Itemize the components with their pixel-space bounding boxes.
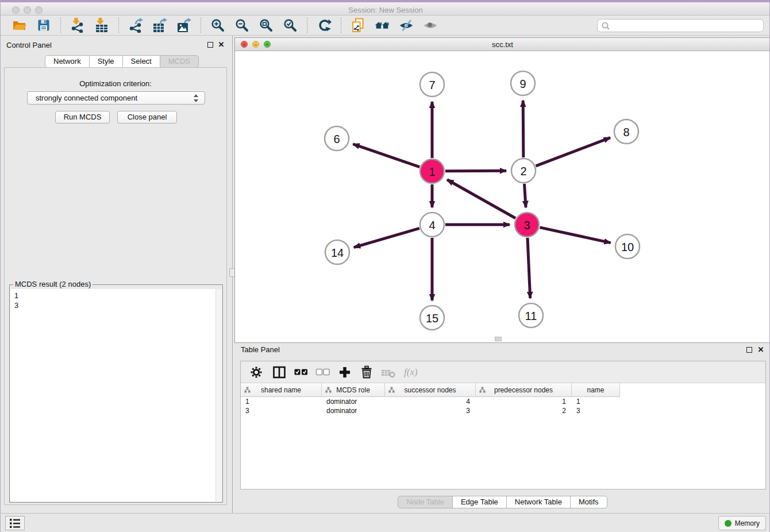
toolbar-separator — [201, 18, 201, 33]
column-header-successor-nodes[interactable]: successor nodes — [385, 383, 476, 397]
import-table-icon[interactable] — [94, 18, 109, 33]
graph-edge-3-10[interactable] — [540, 228, 610, 243]
tab-network-table[interactable]: Network Table — [506, 496, 571, 508]
column-header-predecessor-nodes[interactable]: predecessor nodes — [476, 383, 572, 397]
table-cell-successor-nodes[interactable]: 3 — [385, 406, 476, 415]
tree-icon — [388, 387, 395, 393]
graph-edge-1-6[interactable] — [353, 144, 419, 167]
table-panel-header: Table Panel — [234, 343, 770, 358]
show-all-eye-icon[interactable] — [423, 18, 438, 33]
graph-node-label-3: 3 — [523, 219, 530, 232]
table-cell-name[interactable]: 3 — [572, 406, 620, 415]
run-mcds-button[interactable]: Run MCDS — [55, 111, 110, 124]
network-canvas[interactable]: 7968124314101511 — [235, 51, 770, 342]
table-cell-predecessor-nodes[interactable]: 2 — [476, 406, 572, 415]
graph-node-label-8: 8 — [623, 126, 629, 138]
column-header-shared-name[interactable]: shared name — [241, 383, 322, 397]
deselect-all-icon[interactable] — [315, 365, 330, 380]
clone-network-icon[interactable] — [351, 18, 365, 33]
task-history-button[interactable] — [5, 516, 25, 530]
graph-node-label-4: 4 — [429, 219, 435, 232]
table-row[interactable]: 1dominator411 — [241, 397, 765, 406]
float-table-panel-icon[interactable] — [746, 347, 752, 353]
graph-node-label-9: 9 — [519, 78, 526, 90]
save-session-icon[interactable] — [36, 18, 51, 33]
graph-edge-4-14[interactable] — [354, 228, 419, 247]
toolbar-separator — [341, 18, 341, 33]
tab-motifs[interactable]: Motifs — [570, 496, 607, 508]
tree-icon — [244, 387, 251, 393]
table-cell-mcds-role[interactable]: dominator — [322, 406, 385, 415]
graph-edge-3-1[interactable] — [447, 180, 515, 218]
table-cell-shared-name[interactable]: 1 — [241, 397, 322, 406]
table-cell-predecessor-nodes[interactable]: 1 — [476, 397, 572, 406]
tab-edge-table[interactable]: Edge Table — [452, 496, 507, 508]
table-cell-shared-name[interactable]: 3 — [241, 406, 322, 415]
table-cell-mcds-role[interactable]: dominator — [322, 397, 385, 406]
mcds-panel: Optimization criterion: strongly connect… — [4, 67, 227, 505]
hide-selected-eye-icon[interactable] — [399, 18, 414, 33]
table-settings-icon[interactable] — [250, 365, 265, 380]
application-window: Session: New Session — [0, 0, 770, 532]
close-panel-icon[interactable] — [217, 40, 225, 49]
delete-table-icon — [381, 365, 396, 380]
table-cell-successor-nodes[interactable]: 4 — [385, 397, 476, 406]
mcds-result-line: 1 — [14, 291, 18, 300]
search-box[interactable] — [597, 19, 764, 32]
export-image-icon[interactable] — [176, 18, 191, 33]
canvas-hscroll-thumb[interactable] — [495, 337, 502, 341]
float-panel-icon[interactable] — [207, 42, 213, 48]
mcds-result-box: MCDS result (2 nodes) 13 — [9, 284, 223, 503]
network-title: scc.txt — [235, 40, 770, 49]
mcds-result-scrollbar[interactable] — [215, 289, 222, 502]
graph-node-label-14: 14 — [331, 246, 344, 259]
graph-edge-2-9[interactable] — [523, 101, 523, 157]
dropdown-stepper-icon — [193, 94, 199, 103]
refresh-icon[interactable] — [317, 18, 332, 33]
export-network-icon[interactable] — [128, 18, 143, 33]
graph-edge-3-11[interactable] — [528, 238, 530, 298]
graph-edge-2-8[interactable] — [536, 138, 610, 166]
export-table-icon[interactable] — [152, 18, 167, 33]
import-network-icon[interactable] — [70, 18, 85, 33]
node-table: f(x) shared name MCDS role — [240, 361, 766, 489]
column-header-name[interactable]: name — [572, 383, 620, 397]
table-panel-title: Table Panel — [241, 345, 280, 354]
search-input[interactable] — [613, 22, 760, 30]
mcds-result-values: 13 — [14, 291, 18, 310]
table-header-row: shared name MCDS role successor — [241, 383, 620, 397]
first-neighbors-icon[interactable] — [375, 18, 390, 33]
zoom-in-icon[interactable] — [210, 18, 225, 33]
show-columns-icon[interactable] — [272, 365, 287, 380]
column-header-mcds-role[interactable]: MCDS role — [322, 383, 385, 397]
optimization-criterion-label: Optimization criterion: — [5, 79, 226, 88]
close-panel-button[interactable]: Close panel — [117, 111, 177, 124]
criterion-dropdown[interactable]: strongly connected component — [27, 91, 205, 105]
memory-button[interactable]: Memory — [718, 516, 766, 530]
delete-row-icon[interactable] — [359, 365, 374, 380]
table-cell-name[interactable]: 1 — [572, 397, 620, 406]
control-panel-title: Control Panel — [6, 41, 52, 49]
network-window-titlebar[interactable]: scc.txt — [235, 38, 770, 51]
tab-network[interactable]: Network — [45, 55, 90, 68]
graph-node-label-6: 6 — [333, 133, 340, 145]
table-row[interactable]: 3dominator323 — [241, 406, 765, 415]
tab-mcds[interactable]: MCDS — [160, 55, 199, 68]
graph-node-label-10: 10 — [621, 241, 634, 253]
close-table-panel-icon[interactable] — [757, 345, 765, 354]
toolbar-separator — [307, 18, 307, 33]
add-row-icon[interactable] — [337, 365, 352, 380]
zoom-out-icon[interactable] — [234, 18, 249, 33]
mcds-result-list[interactable]: 13 — [10, 289, 222, 502]
select-all-icon[interactable] — [294, 365, 309, 380]
graph-node-label-2: 2 — [520, 165, 526, 178]
zoom-selected-icon[interactable] — [283, 18, 298, 33]
zoom-fit-icon[interactable] — [259, 18, 274, 33]
tab-style[interactable]: Style — [89, 55, 123, 68]
graph-edge-1-2[interactable] — [445, 171, 506, 171]
tab-select[interactable]: Select — [122, 55, 160, 68]
graph-edge-2-3[interactable] — [524, 184, 526, 207]
table-panel-tabs: Node Table Edge Table Network Table Moti… — [234, 496, 770, 508]
open-file-icon[interactable] — [12, 18, 27, 33]
tab-node-table[interactable]: Node Table — [398, 496, 453, 508]
